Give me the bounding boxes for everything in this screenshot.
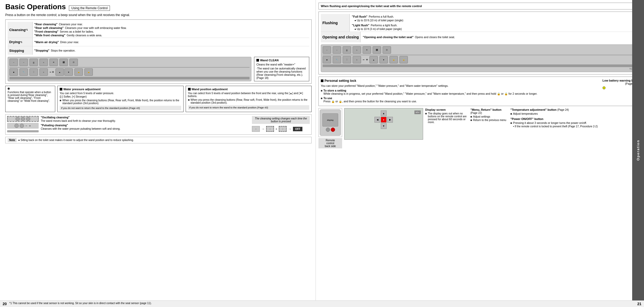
menu-return-title: "Menu, Return" button (Page 22) [470,108,507,114]
display-nav: ▲ ◀ ● ▶ ▼ [374,110,393,129]
right-remote-stop: ■ [323,56,331,63]
functions-title [8,88,53,90]
right-column: When flushing and opening/closing the to… [316,0,644,300]
full-flush-text: Performs a full flush. [369,15,394,18]
mini-btn-2 [21,117,25,121]
personal-lock-header: Personal setting lock You can store your… [321,79,638,104]
display-info-box: Display screen The display goes out when… [425,108,467,148]
wand-position-bullet-text: When you press the cleansing buttons (Re… [191,98,310,104]
functions-text: Functions that operate when a button is … [8,91,53,102]
back-btn-1 [326,128,330,132]
right-remote-8: ≈ [353,56,361,63]
store-bullet [321,90,322,92]
oscillating-text: "Oscillating cleansing" The wand moves b… [41,116,250,133]
wand-position-label: Wand position adjustment [192,88,228,91]
power-bullet-1 [510,122,512,124]
remote-btn-6: ⬛ [59,59,68,66]
water-pressure-label: Water pressure adjustment [63,88,100,91]
mini-strip [7,130,39,132]
bullet-circle-icon [8,88,10,90]
remote-back-box: display [318,108,342,137]
personal-lock-title-text: Personal setting lock [324,79,356,83]
remote-plus: + [52,70,54,74]
menu-bullet-1 [470,116,472,118]
cycle-arrow-3: → [288,127,292,131]
black-square-icon [256,59,259,62]
right-diagram-rows: Flushing "Full flush" Performs a full fl… [321,14,638,42]
nav-down: ▼ [381,123,387,129]
drying-row: Drying*1 "Warm air drying" Dries your re… [8,38,309,46]
mini-plus: + [29,124,31,127]
temp-adj-title: "Temperature adjustment" button (Page 24… [510,108,640,111]
bullet-dot-1 [60,100,61,101]
remote-divider-1 [9,67,250,68]
bullet-dot-2 [188,99,190,101]
nav-left: ◀ [374,117,380,123]
water-pressure-grey-note: If you do not want to return the wand to… [60,106,181,110]
remote-back-section: display Remotecontrolback side ▲ [318,108,640,148]
to-use-text: Press 🔒 or 🔒, and then press the button … [323,100,417,103]
temp-text: Adjust temperatures [513,112,538,115]
remote-stop-btn: ■ [9,68,18,76]
rear-cleansing-item: "Rear cleansing" Cleanses your rear. [34,23,308,26]
cleansing-row: Cleansing*1 "Rear cleansing" Cleanses yo… [8,22,309,38]
mini-btn-4 [14,124,19,128]
right-diagram: Flushing "Full flush" Performs a full fl… [318,12,640,74]
right-remote-wand: 🔧 [333,56,341,63]
oscillating-body: The wand moves back and forth to cleanse… [41,119,250,122]
right-remote-btn-7: ⊡ [383,46,391,54]
page-numbers-bar: 20 *1 This cannot be used if the seat se… [0,300,644,307]
remote-top-row: ~ ~ ||| ≈ ≋ ⬛ ⊡ [9,59,250,66]
remote-btn-5: ≋ [49,59,58,66]
back-btns [326,128,335,132]
temp-bullet [510,113,512,115]
operation-side-tab: Operation [632,0,644,300]
right-remote-container: ~ ~ ||| ≈ ≋ ⬛ ⊡ ■ 🔧 ⁚⁚ ≈ − [321,44,638,72]
opening-closing-item: "Opening and closing the toilet seat" Op… [363,36,636,39]
right-remote-plus: + [366,58,368,62]
remote-minus: − [49,70,51,74]
remote-back-visual: display [320,109,341,136]
remote-btn-dots: ⁚⁚ [29,68,38,76]
remote-arrows: ▲ ▼ [55,68,73,76]
stopping-bold: "Stopping" [34,49,49,52]
page-title: Basic Operations [5,3,66,11]
subtitle: Press a button on the remote control; a … [5,13,312,17]
right-remote-btn-4: ≈ [353,46,361,54]
remote-down-btn: ▼ [64,68,73,76]
cycle-diagram-wrapper: The cleansing setting changes each time … [252,116,310,133]
right-header-box: When flushing and opening/closing the to… [318,3,640,9]
nav-right: ▶ [387,117,393,123]
stopping-row: Stopping "Stopping" Stops the operation. [8,46,309,55]
light-flush-item: "Light flush" Performs a light flush. [352,24,636,27]
right-remote-image: ~ ~ ||| ≈ ≋ ⬛ ⊡ ■ 🔧 ⁚⁚ ≈ − [321,44,638,72]
right-remote-middle: ■ 🔧 ⁚⁚ ≈ − + ▲ ▼ 🔒 🔒 [323,56,636,63]
right-remote-btn-2: ~ [333,46,341,54]
wide-front-text: Gently cleanses a wide area. [67,34,102,37]
changing-text: The cleansing setting changes each time … [252,116,310,124]
display-menu-btn: ≡/↩ [414,110,421,114]
stopping-content: "Stopping" Stops the operation. [33,46,309,55]
functions-box: Functions that operate when a button is … [5,86,55,112]
flushing-label: Flushing [321,14,350,32]
remote-middle-row: ■ 🔧 ⁚⁚ ≈ − + ▲ ▼ 🔒 [9,68,250,76]
wand-position-grey-note: If you do not want to return the wand to… [188,105,310,110]
pulsating-body: Cleanses with the water pressure pulsati… [41,127,250,130]
black-sq-wand [188,88,191,90]
display-screen-title: Display screen [425,108,467,111]
right-remote-strip [323,64,636,67]
wand-position-box: Wand position adjustment You can select … [186,86,312,112]
power-title: "Power ON/OFF" button [510,117,640,120]
remote-up-btn: ▲ [55,68,64,76]
personal-lock-box: Personal setting lock You can store your… [318,77,640,106]
opening-closing-label: Opening and closing [321,32,361,42]
right-remote-dots: ⁚⁚ [343,56,351,63]
cycle-arrow-1: → [261,127,265,131]
remote-btn-1: ~ [9,59,18,66]
right-remote-btn-5: ≋ [363,46,371,54]
warm-air-item: "Warm air drying" Dries your rear. [34,41,308,44]
temp-power-info: "Temperature adjustment" button (Page 24… [510,108,640,148]
remote-visual: ~ ~ ||| ≈ ≋ ⬛ ⊡ ■ 🔧 ⁚⁚ [8,57,251,81]
menu-text-1: Adjust settings [473,115,490,118]
menu-bullet-2 [470,119,472,121]
